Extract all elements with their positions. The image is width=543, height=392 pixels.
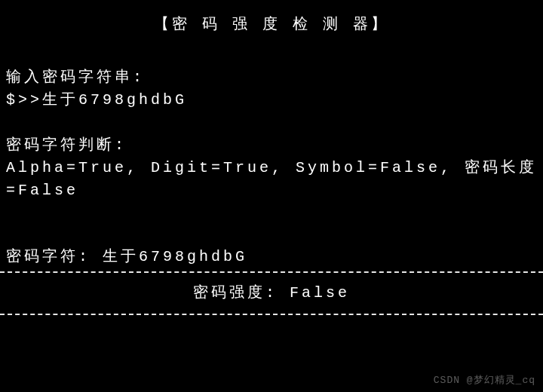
divider-bottom — [0, 314, 543, 315]
input-section: 输入密码字符串: $>>生于6798ghdbG — [0, 66, 543, 112]
password-echo-section: 密码字符: 生于6798ghdbG — [0, 246, 543, 268]
strength-result: 密码强度: False — [193, 284, 350, 302]
check-section: 密码字符判断: Alpha=True, Digit=True, Symbol=F… — [0, 134, 543, 202]
input-label: 输入密码字符串: — [6, 66, 543, 89]
page-title: 【密 码 强 度 检 测 器】 — [154, 16, 389, 33]
check-label: 密码字符判断: — [6, 134, 543, 157]
input-prompt-value: $>>生于6798ghdbG — [6, 89, 543, 112]
check-result: Alpha=True, Digit=True, Symbol=False, 密码… — [6, 157, 543, 202]
divider-top — [0, 271, 543, 273]
watermark: CSDN @梦幻精灵_cq — [434, 373, 535, 388]
password-echo: 密码字符: 生于6798ghdbG — [6, 248, 247, 265]
strength-section: 密码强度: False — [0, 273, 543, 314]
